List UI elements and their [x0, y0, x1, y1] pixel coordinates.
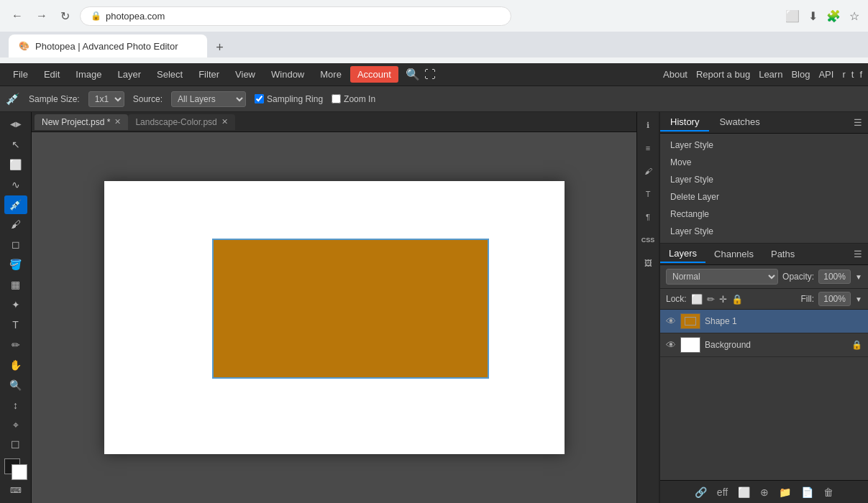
menu-select[interactable]: Select: [150, 66, 190, 83]
mask-btn[interactable]: ⬜: [735, 485, 753, 499]
browser-tab-photopea[interactable]: 🎨 Photopea | Advanced Photo Editor: [9, 34, 207, 57]
layers-panel-menu[interactable]: ☰: [848, 246, 868, 262]
menu-view[interactable]: View: [228, 66, 262, 83]
fill-dropdown-arrow[interactable]: ▼: [855, 295, 862, 303]
panel-icon-info[interactable]: ℹ: [638, 115, 658, 135]
effects-btn[interactable]: eff: [714, 485, 731, 499]
minimize-icon[interactable]: ⬜: [785, 9, 800, 23]
menu-filter[interactable]: Filter: [191, 66, 227, 83]
lock-all-btn[interactable]: 🔒: [731, 294, 743, 305]
tool-hand[interactable]: ✋: [4, 356, 27, 374]
sampling-ring-label[interactable]: Sampling Ring: [255, 94, 323, 104]
tab-swatches[interactable]: Swatches: [709, 114, 769, 131]
address-bar[interactable]: 🔒 photopea.com: [80, 6, 511, 26]
tab-new-project-close[interactable]: ✕: [114, 117, 121, 126]
delete-layer-btn[interactable]: 🗑: [821, 485, 836, 499]
history-item-1[interactable]: Move: [660, 154, 868, 171]
history-item-4[interactable]: Rectangle: [660, 206, 868, 223]
blend-mode-select[interactable]: Normal Multiply Screen: [666, 269, 778, 285]
download-icon[interactable]: ⬇: [808, 9, 818, 23]
menu-image[interactable]: Image: [68, 66, 109, 83]
background-color[interactable]: [12, 464, 27, 480]
tab-landscape-close[interactable]: ✕: [221, 117, 228, 126]
history-item-0[interactable]: Layer Style: [660, 137, 868, 154]
tool-move[interactable]: ↖: [4, 135, 27, 154]
layer-item-background[interactable]: 👁 Background 🔒: [660, 333, 868, 357]
opacity-dropdown-arrow[interactable]: ▼: [855, 273, 862, 281]
new-layer-btn[interactable]: 📄: [798, 485, 816, 499]
history-item-5[interactable]: Layer Style: [660, 223, 868, 240]
tool-select-rect[interactable]: ⬜: [4, 155, 27, 174]
tool-brush[interactable]: 🖌: [4, 216, 27, 234]
tool-clone[interactable]: ✦: [4, 295, 27, 314]
tool-custom3[interactable]: ☐: [4, 436, 27, 455]
menu-blog[interactable]: Blog: [791, 69, 810, 80]
lock-move-btn[interactable]: ✛: [719, 294, 727, 305]
tool-zoom[interactable]: 🔍: [4, 376, 27, 394]
menu-layer[interactable]: Layer: [111, 66, 149, 83]
panel-icon-text2[interactable]: T: [638, 184, 658, 204]
tab-paths[interactable]: Paths: [762, 246, 803, 262]
tool-text[interactable]: T: [4, 315, 27, 334]
twitter-icon[interactable]: t: [851, 69, 854, 80]
panel-icon-brush2[interactable]: 🖌: [638, 161, 658, 181]
source-select[interactable]: All Layers Current Layer: [171, 91, 246, 107]
history-item-2[interactable]: Layer Style: [660, 171, 868, 188]
menu-about[interactable]: About: [663, 69, 687, 80]
fullscreen-button[interactable]: ⛶: [424, 68, 436, 81]
bookmark-icon[interactable]: ☆: [849, 9, 859, 23]
tool-eraser[interactable]: ◻: [4, 235, 27, 254]
zoom-in-checkbox[interactable]: [332, 94, 341, 103]
panel-icon-image[interactable]: 🖼: [638, 253, 658, 273]
tool-gradient[interactable]: ▦: [4, 275, 27, 294]
tab-landscape-color[interactable]: Landscape-Color.psd ✕: [128, 114, 234, 130]
extensions-icon[interactable]: 🧩: [826, 9, 841, 23]
fill-input[interactable]: [818, 292, 851, 306]
reload-button[interactable]: ↻: [58, 6, 73, 26]
adjustment-btn[interactable]: ⊕: [757, 485, 772, 499]
menu-report-bug[interactable]: Report a bug: [696, 69, 750, 80]
panel-icon-css[interactable]: CSS: [638, 230, 658, 250]
tab-channels[interactable]: Channels: [705, 246, 762, 262]
opacity-input[interactable]: [818, 269, 851, 284]
group-btn[interactable]: 📁: [776, 485, 794, 499]
tool-custom2[interactable]: ⌖: [4, 416, 27, 435]
link-layers-btn[interactable]: 🔗: [692, 485, 710, 499]
tool-eyedropper[interactable]: 💉: [4, 195, 27, 214]
reddit-icon[interactable]: r: [842, 69, 845, 80]
menu-api[interactable]: API: [818, 69, 833, 80]
lock-pixel-btn[interactable]: ✏: [707, 294, 715, 305]
tab-layers[interactable]: Layers: [660, 245, 705, 263]
panel-icon-paragraph[interactable]: ¶: [638, 207, 658, 227]
search-button[interactable]: 🔍: [406, 68, 420, 81]
menu-edit[interactable]: Edit: [37, 66, 67, 83]
forward-button[interactable]: →: [33, 6, 50, 25]
history-panel-menu[interactable]: ☰: [848, 114, 868, 131]
history-item-3[interactable]: Delete Layer: [660, 188, 868, 206]
tool-path[interactable]: ✏: [4, 336, 27, 354]
sampling-ring-checkbox[interactable]: [255, 94, 264, 103]
layer-visibility-shape1[interactable]: 👁: [666, 315, 676, 327]
tool-custom1[interactable]: ↕: [4, 396, 27, 415]
tab-history[interactable]: History: [660, 114, 709, 131]
tab-new-project[interactable]: New Project.psd * ✕: [35, 114, 128, 130]
tool-keyboard[interactable]: ⌨: [4, 481, 27, 500]
menu-file[interactable]: File: [6, 66, 35, 83]
color-swatches[interactable]: [4, 458, 27, 480]
menu-account[interactable]: Account: [350, 66, 398, 83]
canvas-area[interactable]: [32, 132, 636, 503]
new-tab-button[interactable]: +: [210, 37, 230, 57]
menu-window[interactable]: Window: [264, 66, 311, 83]
sample-size-select[interactable]: 1x1 3x3 5x5: [88, 91, 124, 107]
lock-position-btn[interactable]: ⬜: [691, 294, 703, 305]
zoom-in-label[interactable]: Zoom In: [332, 94, 375, 104]
tool-fill[interactable]: 🪣: [4, 255, 27, 274]
facebook-icon[interactable]: f: [859, 69, 862, 80]
back-button[interactable]: ←: [9, 6, 26, 25]
shape-rectangle[interactable]: [212, 239, 489, 379]
tool-lasso[interactable]: ∿: [4, 175, 27, 194]
panel-icon-adjust[interactable]: ≡: [638, 138, 658, 158]
menu-learn[interactable]: Learn: [759, 69, 782, 80]
layer-visibility-bg[interactable]: 👁: [666, 339, 676, 351]
side-icon-arrow[interactable]: ◀▶: [6, 115, 26, 134]
